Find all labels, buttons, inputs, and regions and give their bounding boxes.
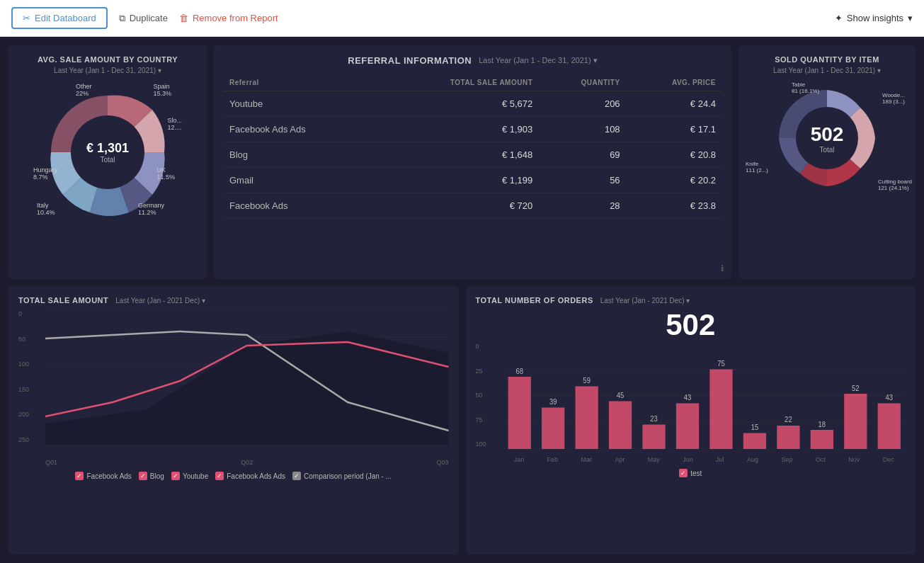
referral-total: € 1,903 <box>376 117 539 142</box>
line-chart-legend: ✓ Facebook Ads ✓ Blog ✓ Youtube ✓ Facebo… <box>18 472 449 480</box>
svg-rect-30 <box>777 426 799 449</box>
avg-sale-panel: AVG. SALE AMOUNT BY COUNTRY Last Year (J… <box>8 45 207 279</box>
referral-header: REFERRAL INFORMATION Last Year (Jan 1 - … <box>224 55 721 66</box>
svg-rect-18 <box>575 387 598 450</box>
cutting-label: Cutting board121 (24.1%) <box>878 178 912 191</box>
referral-panel: REFERRAL INFORMATION Last Year (Jan 1 - … <box>214 45 731 279</box>
referral-avg-price: € 17.1 <box>626 117 721 142</box>
show-insights-button[interactable]: ✦ Show insights ▾ <box>835 13 913 23</box>
svg-text:52: 52 <box>852 385 860 392</box>
svg-rect-14 <box>508 377 530 449</box>
svg-rect-20 <box>608 402 631 450</box>
referral-name: Youtube <box>224 91 376 117</box>
knife-label: Knife111 (2...) <box>746 161 768 174</box>
line-chart-area: 250 200 150 100 50 0 <box>18 310 449 466</box>
duplicate-button[interactable]: ⧉ Duplicate <box>119 13 168 24</box>
legend-test: ✓ test <box>679 469 702 477</box>
line-chart-title: TOTAL SALE AMOUNT <box>18 296 108 305</box>
referral-period[interactable]: Last Year (Jan 1 - Dec 31, 2021) <box>479 56 597 65</box>
line-chart-panel: TOTAL SALE AMOUNT Last Year (Jan - 2021 … <box>8 286 459 555</box>
slo-label: Slo...12.... <box>167 117 182 131</box>
svg-rect-22 <box>642 425 665 450</box>
referral-table-row: Facebook Ads € 720 28 € 23.8 <box>224 193 721 219</box>
svg-text:39: 39 <box>549 398 557 406</box>
chevron-down-icon: ▾ <box>908 13 913 23</box>
referral-table-row: Facebook Ads Ads € 1,903 108 € 17.1 <box>224 117 721 142</box>
referral-name: Facebook Ads Ads <box>224 117 376 142</box>
svg-text:22: 22 <box>785 416 792 423</box>
avg-sale-title: AVG. SALE AMOUNT BY COUNTRY <box>18 55 197 64</box>
remove-from-report-button[interactable]: 🗑 Remove from Report <box>179 13 278 23</box>
svg-text:75: 75 <box>717 360 725 368</box>
col-total-sale: TOTAL SALE AMOUNT <box>376 74 539 91</box>
woode-label: Woode...189 (3...) <box>882 92 905 105</box>
referral-avg-price: € 24.4 <box>626 91 721 117</box>
svg-rect-16 <box>542 408 564 450</box>
trash-icon: 🗑 <box>179 13 188 23</box>
legend-comp-box: ✓ <box>292 472 301 480</box>
bar-chart-area: 100 75 50 25 0 68 <box>476 343 906 463</box>
line-chart-period[interactable]: Last Year (Jan - 2021 Dec) <box>115 297 205 305</box>
referral-name: Gmail <box>224 168 376 193</box>
referral-table-row: Gmail € 1,199 56 € 20.2 <box>224 168 721 193</box>
col-avg-price: AVG. PRICE <box>626 74 721 91</box>
edit-databoard-button[interactable]: ✂ Edit Databoard <box>11 7 108 29</box>
info-icon: ℹ <box>721 263 724 273</box>
legend-youtube: ✓ Youtube <box>171 472 208 480</box>
insights-icon: ✦ <box>835 13 843 23</box>
referral-header-row: Referral TOTAL SALE AMOUNT QUANTITY AVG.… <box>224 74 721 91</box>
sold-qty-donut: 502 Total Table81 (16.1%) Woode...189 (3… <box>770 81 884 195</box>
legend-comparison: ✓ Comparison period (Jan - ... <box>292 472 392 480</box>
avg-sale-donut: € 1,301 Total Spain15.3% Other22% Slo...… <box>37 81 178 223</box>
svg-text:15: 15 <box>751 423 758 431</box>
svg-marker-8 <box>45 331 449 445</box>
svg-text:68: 68 <box>515 368 523 375</box>
referral-table: Referral TOTAL SALE AMOUNT QUANTITY AVG.… <box>224 74 721 219</box>
referral-total: € 1,648 <box>376 142 539 168</box>
referral-total: € 1,199 <box>376 168 539 193</box>
sold-qty-title: SOLD QUANTITY BY ITEM <box>748 55 906 64</box>
svg-text:43: 43 <box>683 394 691 402</box>
bar-chart-panel: TOTAL NUMBER OF ORDERS Last Year (Jan - … <box>466 286 916 555</box>
svg-text:23: 23 <box>650 415 658 423</box>
legend-test-box: ✓ <box>679 469 688 477</box>
referral-total: € 5,672 <box>376 91 539 117</box>
col-referral: Referral <box>224 74 376 91</box>
germany-label: Germany11.2% <box>138 202 164 216</box>
bar-chart-header: TOTAL NUMBER OF ORDERS Last Year (Jan - … <box>476 296 906 305</box>
referral-table-row: Youtube € 5,672 206 € 24.4 <box>224 91 721 117</box>
dashboard: AVG. SALE AMOUNT BY COUNTRY Last Year (J… <box>0 37 924 563</box>
sold-qty-panel: SOLD QUANTITY BY ITEM Last Year (Jan 1 -… <box>738 45 916 279</box>
donut-labels: Spain15.3% Other22% Slo...12.... UK11.5%… <box>37 81 178 223</box>
referral-total: € 720 <box>376 193 539 219</box>
avg-sale-period[interactable]: Last Year (Jan 1 - Dec 31, 2021) <box>18 67 197 74</box>
legend-facebook-ads-box: ✓ <box>75 472 84 480</box>
y-axis-bar: 100 75 50 25 0 <box>476 343 501 449</box>
referral-quantity: 206 <box>538 91 625 117</box>
legend-blog: ✓ Blog <box>139 472 164 480</box>
uk-label: UK11.5% <box>156 166 175 181</box>
sold-qty-donut-labels: Table81 (16.1%) Woode...189 (3...) Cutti… <box>770 81 884 195</box>
bar-chart-title: TOTAL NUMBER OF ORDERS <box>476 296 593 305</box>
svg-rect-32 <box>810 430 833 449</box>
referral-avg-price: € 20.8 <box>626 142 721 168</box>
referral-quantity: 69 <box>538 142 625 168</box>
orders-big-number: 502 <box>476 310 906 340</box>
referral-name: Facebook Ads <box>224 193 376 219</box>
referral-avg-price: € 20.2 <box>626 168 721 193</box>
spain-label: Spain15.3% <box>153 83 171 97</box>
referral-quantity: 28 <box>538 193 625 219</box>
line-chart-svg <box>45 310 449 445</box>
toolbar: ✂ Edit Databoard ⧉ Duplicate 🗑 Remove fr… <box>0 0 924 37</box>
hungary-label: Hungary8.7% <box>33 166 57 181</box>
bar-chart-svg: 68 39 59 45 23 43 <box>503 343 906 449</box>
svg-rect-34 <box>844 394 867 449</box>
legend-youtube-box: ✓ <box>171 472 180 480</box>
sold-qty-period[interactable]: Last Year (Jan 1 - Dec 31, 2021) <box>748 67 906 74</box>
x-labels-bar: Jan Feb Mar Apr May Jun Jul Aug Sep Oct … <box>503 456 906 463</box>
bar-chart-period[interactable]: Last Year (Jan - 2021 Dec) <box>600 297 690 305</box>
svg-text:43: 43 <box>885 394 893 402</box>
legend-facebook-ads: ✓ Facebook Ads <box>75 472 131 480</box>
edit-icon: ✂ <box>23 13 30 23</box>
svg-rect-36 <box>877 404 900 450</box>
